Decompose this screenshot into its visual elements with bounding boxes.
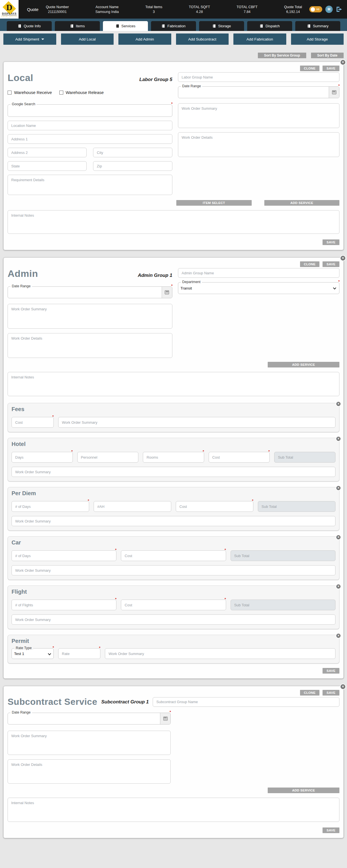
hotel-rooms-input[interactable] <box>143 452 204 463</box>
admin-group-name-input[interactable] <box>178 268 339 278</box>
work-order-details-textarea[interactable] <box>8 760 171 783</box>
fees-work-order-summary-input[interactable] <box>58 417 336 428</box>
close-icon[interactable]: × <box>336 633 341 639</box>
date-range-input[interactable] <box>8 287 162 298</box>
permit-section: × Permit Rate Type Test 1 * * <box>8 635 339 663</box>
tab-dispatch[interactable]: Dispatch <box>247 21 292 31</box>
clone-button[interactable]: CLONE <box>300 66 320 71</box>
section-title: Per Diem <box>11 490 336 497</box>
add-fabrication-button[interactable]: Add Fabrication <box>233 33 286 45</box>
requirement-details-textarea[interactable] <box>8 175 172 195</box>
work-order-summary-textarea[interactable] <box>178 103 339 128</box>
tab-summary[interactable]: Summary <box>295 21 340 31</box>
tab-fabrication[interactable]: Fabrication <box>151 21 196 31</box>
per-diem-section: × Per Diem * * <box>8 487 339 531</box>
internal-notes-textarea[interactable] <box>8 210 339 234</box>
tab-quote-info[interactable]: Quote Info <box>7 21 52 31</box>
permit-work-order-summary-input[interactable] <box>105 648 336 659</box>
save-button[interactable]: SAVE <box>322 690 339 695</box>
add-service-button[interactable]: ADD SERVICE <box>268 787 339 793</box>
close-icon[interactable]: × <box>336 535 341 540</box>
add-admin-button[interactable]: Add Admin <box>118 33 171 45</box>
work-order-summary-textarea[interactable] <box>8 731 171 755</box>
date-range-input[interactable] <box>8 713 160 724</box>
date-range-label: Date Range <box>10 710 32 714</box>
hotel-days-input[interactable] <box>11 452 73 463</box>
tab-services[interactable]: Services <box>103 21 148 31</box>
save-button[interactable]: SAVE <box>322 240 339 245</box>
save-button[interactable]: SAVE <box>322 261 339 267</box>
tab-items[interactable]: Items <box>55 21 100 31</box>
sort-by-date-button[interactable]: Sort By Date <box>311 53 344 58</box>
close-icon[interactable]: × <box>340 59 346 65</box>
car-days-input[interactable] <box>11 550 117 561</box>
warehouse-release-checkbox[interactable]: Warehouse Release <box>59 90 104 95</box>
add-local-button[interactable]: Add Local <box>61 33 114 45</box>
close-icon[interactable]: × <box>336 584 341 589</box>
city-input[interactable] <box>93 148 172 157</box>
per-diem-ah-input[interactable] <box>94 501 171 512</box>
hotel-personnel-input[interactable] <box>77 452 138 463</box>
user-avatar[interactable]: M <box>325 6 333 13</box>
hotel-cost-input[interactable] <box>209 452 270 463</box>
save-button[interactable]: SAVE <box>322 828 339 833</box>
tab-storage[interactable]: Storage <box>199 21 244 31</box>
add-storage-button[interactable]: Add Storage <box>291 33 344 45</box>
close-icon[interactable]: × <box>336 401 341 407</box>
internal-notes-textarea[interactable] <box>8 372 339 396</box>
required-marker: * <box>171 101 172 106</box>
calendar-button[interactable] <box>329 87 339 98</box>
clone-button[interactable]: CLONE <box>300 690 320 695</box>
item-select-button[interactable]: ITEM SELECT <box>176 200 252 206</box>
per-diem-cost-input[interactable] <box>176 501 253 512</box>
save-button[interactable]: SAVE <box>322 668 339 674</box>
subcontract-group-name-input[interactable] <box>153 697 339 707</box>
close-icon[interactable]: × <box>340 255 346 261</box>
fees-cost-input[interactable] <box>11 417 54 428</box>
calendar-button[interactable] <box>162 287 172 298</box>
per-diem-work-order-summary-input[interactable] <box>11 516 336 526</box>
hotel-work-order-summary-input[interactable] <box>11 467 336 477</box>
address2-input[interactable] <box>8 148 87 157</box>
per-diem-days-input[interactable] <box>11 501 89 512</box>
work-order-details-textarea[interactable] <box>8 333 172 358</box>
save-button[interactable]: SAVE <box>322 66 339 71</box>
version-toggle[interactable]: V3 <box>309 6 322 12</box>
add-service-button[interactable]: ADD SERVICE <box>268 362 339 368</box>
permit-rate-input[interactable] <box>58 648 100 659</box>
car-work-order-summary-input[interactable] <box>11 565 336 576</box>
labor-group-name-input[interactable] <box>178 72 339 82</box>
rate-type-select[interactable]: Test 1 <box>12 649 54 659</box>
close-icon[interactable]: × <box>340 684 346 690</box>
clone-button[interactable]: CLONE <box>300 261 320 267</box>
add-shipment-button[interactable]: Add Shipment <box>3 33 56 45</box>
state-input[interactable] <box>8 161 87 171</box>
flight-count-input[interactable] <box>11 599 117 610</box>
address1-input[interactable] <box>8 134 172 144</box>
work-order-summary-textarea[interactable] <box>8 304 172 329</box>
calendar-button[interactable] <box>160 713 170 724</box>
warehouse-receive-checkbox[interactable]: Warehouse Receive <box>8 90 52 95</box>
date-range-input[interactable] <box>178 87 329 98</box>
flight-work-order-summary-input[interactable] <box>11 615 336 625</box>
car-cost-input[interactable] <box>121 550 226 561</box>
required-marker: * <box>338 84 340 88</box>
book-icon <box>259 24 263 28</box>
close-icon[interactable]: × <box>336 485 341 491</box>
card-title: Local <box>8 72 33 83</box>
department-select[interactable]: Transit <box>178 282 339 294</box>
zip-input[interactable] <box>93 161 172 171</box>
sort-by-service-group-button[interactable]: Sort By Service Group <box>258 53 306 58</box>
google-search-input[interactable] <box>8 105 172 117</box>
location-name-input[interactable] <box>8 121 172 130</box>
close-icon[interactable]: × <box>336 436 341 441</box>
add-service-button[interactable]: ADD SERVICE <box>264 200 340 206</box>
flight-cost-input[interactable] <box>121 599 226 610</box>
hotel-subtotal-input <box>274 452 336 463</box>
work-order-details-textarea[interactable] <box>178 132 339 157</box>
add-subcontract-button[interactable]: Add Subcontract <box>176 33 229 45</box>
internal-notes-textarea[interactable] <box>8 798 339 822</box>
logout-icon[interactable] <box>336 6 343 13</box>
stat-total-items: Total Items 3 <box>146 5 162 14</box>
department-label: Department <box>181 280 202 284</box>
